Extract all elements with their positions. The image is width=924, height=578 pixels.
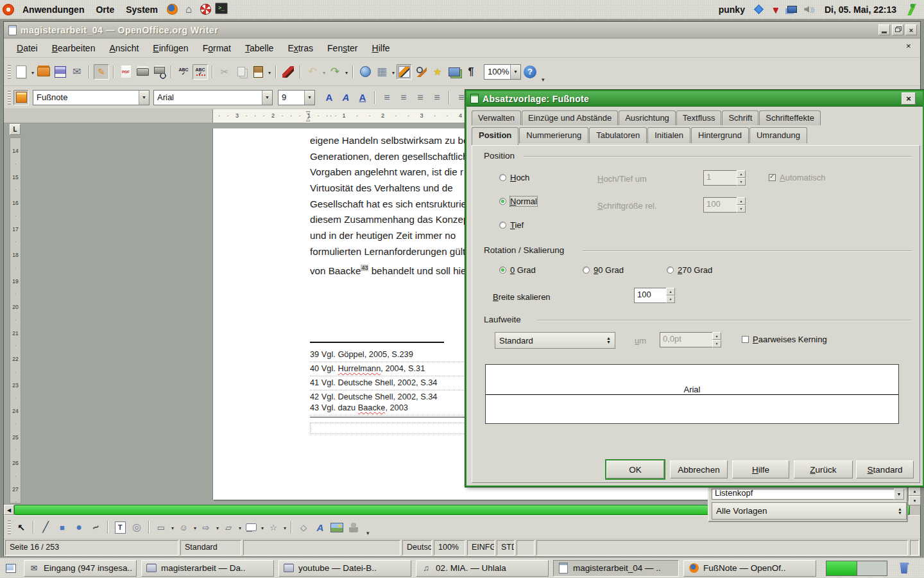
task-magisterarbeit-ordner[interactable]: magisterarbeit — Da.. [141,560,274,577]
laufweite-select[interactable]: Standard ▲▼ [495,332,615,349]
paragraph-style-value[interactable]: Fußnote [33,92,139,102]
new-document-icon[interactable] [13,64,29,80]
menu-anwendungen[interactable]: Anwendungen [17,2,90,17]
radio-circle[interactable] [499,174,506,181]
status-field[interactable] [517,540,535,556]
justify-icon[interactable] [429,90,445,105]
paste-icon[interactable] [250,64,266,80]
status-field[interactable]: 100% [434,540,465,556]
line-icon[interactable] [38,520,53,535]
workspace-switcher[interactable] [826,561,887,576]
styles-window-icon[interactable] [13,90,29,105]
block-arrows-icon[interactable] [198,520,214,535]
underline-icon[interactable] [355,90,370,105]
update-notifier-icon[interactable] [769,3,783,17]
workspace-2[interactable] [857,561,887,575]
font-size-value[interactable]: 9 [278,92,304,102]
rectangle-icon[interactable] [55,520,70,535]
status-field[interactable]: Seite 16 / 253 [5,540,178,556]
volume-icon[interactable] [802,3,816,17]
drawing-icon[interactable] [397,64,412,80]
from-file-icon[interactable] [329,520,345,535]
ok-button[interactable]: OK [606,460,664,478]
cut-icon[interactable] [217,64,232,80]
email-icon[interactable] [69,64,85,80]
vertical-ruler[interactable]: 1415161718192021222324252627 [10,137,21,504]
dialog-tab[interactable]: Position [472,127,518,145]
toolbar-overflow-icon[interactable]: ▾ [542,76,545,85]
gallery-icon[interactable] [447,64,462,80]
task-audio-player[interactable]: 02. MIA. — Uhlala [416,560,549,577]
navigator-icon[interactable] [430,64,445,80]
abbrechen-button[interactable]: Abbrechen [670,460,728,478]
dialog-close-icon[interactable]: × [902,92,916,105]
dialog-tab[interactable]: Textfluss [676,110,722,125]
scroll-down-icon[interactable]: ▼ [909,496,921,505]
ubuntu-menu-icon[interactable] [1,3,15,17]
menu-item[interactable]: Bearbeiten [46,40,102,56]
pdf-export-icon[interactable] [118,64,133,80]
status-field[interactable]: Deutsch (Deutschland) [402,540,432,556]
status-field[interactable]: EINFG [467,540,495,556]
radio-90-grad[interactable]: 90 Grad [583,265,624,275]
dropbox-icon[interactable] [752,3,766,17]
font-name-combo[interactable]: Arial ▼ [153,90,273,105]
help-icon[interactable]: ? [524,66,536,78]
print-icon[interactable] [135,64,150,80]
formatting-marks-icon[interactable] [463,64,479,80]
menu-item[interactable]: Einfügen [146,40,194,56]
toolbar-overflow-icon[interactable]: ▾ [366,530,370,539]
clock-label[interactable]: Di, 05. Mai, 22:13 [825,4,896,15]
footnote-anchor[interactable]: 43 [361,265,368,271]
home-clock-icon[interactable] [182,3,196,17]
zoom-combo[interactable]: 100% ▼ [484,64,521,80]
page-preview-icon[interactable] [151,64,167,80]
points-icon[interactable] [296,520,311,535]
radio-circle[interactable] [499,222,506,229]
radio-270-grad[interactable]: 270 Grad [667,265,712,275]
bold-icon[interactable] [321,90,337,105]
chevron-down-icon[interactable]: ▼ [894,489,904,500]
scroll-up-icon[interactable]: ▲ [909,486,921,496]
breite-skalieren-spinner[interactable]: 100 ▲▼ [634,288,675,303]
freeform-line-icon[interactable] [88,520,103,535]
footnotes-block[interactable]: 39 Vgl. Göppel, 2005, S.23940 Vgl. Hurre… [310,348,469,416]
menu-system[interactable]: System [120,2,164,17]
first-line-indent-marker[interactable]: ▽ [306,110,310,116]
body-text[interactable]: eigene Handeln selbstwirksam zu beGenera… [310,133,469,276]
font-size-combo[interactable]: 9 ▼ [278,90,315,105]
menu-item[interactable]: Format [196,40,237,56]
hilfe-button[interactable]: Hilfe [732,460,789,478]
dialog-tab[interactable]: Initialen [647,127,690,143]
close-button[interactable]: × [905,24,917,35]
callout-icon[interactable] [129,520,144,535]
task-magisterarbeit-writer[interactable]: magisterarbeit_04 — .. [553,560,679,577]
flowchart-icon[interactable] [221,520,236,535]
toolbar-grip[interactable] [8,520,11,534]
zoom-value[interactable]: 100% [484,67,510,76]
checkbox-box[interactable] [742,336,749,343]
scroll-left-icon[interactable]: ◀ [4,505,14,515]
symbol-shapes-icon[interactable] [176,520,191,535]
style-list-item[interactable]: Listenkopf [712,489,894,498]
fontwork-icon[interactable] [312,520,328,535]
menu-item[interactable]: Extras [281,40,320,56]
task-youtube-ordner[interactable]: youtube — Datei-B.. [278,560,411,577]
toolbar-grip[interactable] [8,91,11,105]
chevron-down-icon[interactable]: ▼ [262,91,272,105]
left-indent-marker[interactable]: △ [306,116,310,122]
checkbox-paarweises-kerning[interactable]: Paarweises Kerning [742,335,827,344]
toolbar-grip[interactable] [8,65,11,79]
radio-hoch[interactable]: Hoch [499,173,529,182]
radio-0-grad[interactable]: 0 Grad [499,265,536,275]
status-field[interactable] [243,540,400,556]
menu-item[interactable]: Ansicht [103,40,145,56]
edit-file-icon[interactable] [94,64,109,80]
dialog-tab[interactable]: Tabulatoren [589,127,647,143]
menu-item[interactable]: Tabelle [239,40,280,56]
network-icon[interactable] [785,3,800,17]
autospellcheck-icon[interactable] [193,64,208,80]
find-replace-icon[interactable] [413,64,429,80]
extrusion-icon[interactable] [346,520,361,535]
dialog-tab[interactable]: Schrifteffekte [759,110,821,125]
